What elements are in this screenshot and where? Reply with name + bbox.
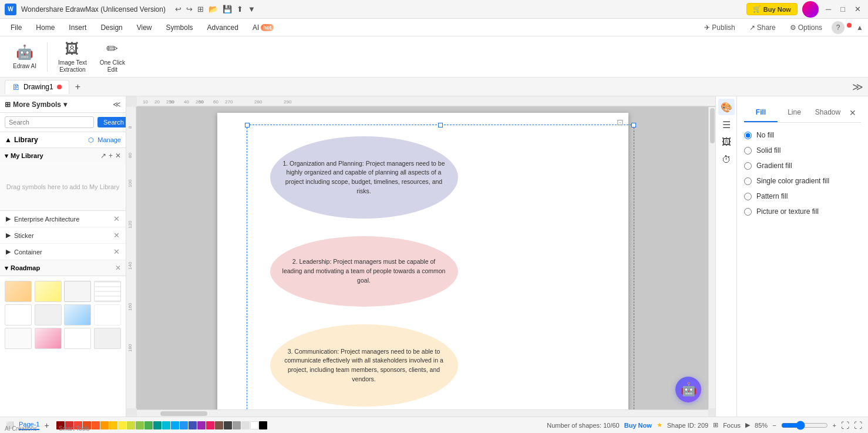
menu-design[interactable]: Design — [95, 21, 128, 34]
minimize-btn[interactable]: ─ — [823, 4, 833, 15]
roadmap-thumb-8[interactable] — [94, 304, 121, 325]
canvas-page[interactable]: 1. Organization and Planning: Project ma… — [217, 113, 628, 409]
selection-handle-tc[interactable] — [438, 123, 443, 127]
menu-advanced[interactable]: Advanced — [201, 21, 244, 34]
color-swatch-yellow-light[interactable] — [118, 421, 126, 429]
color-swatch-black[interactable] — [259, 421, 267, 429]
menu-view[interactable]: View — [131, 21, 158, 34]
chevron-up-icon[interactable]: ▲ — [856, 24, 863, 32]
color-swatch-yellow[interactable] — [109, 421, 117, 429]
sidebar-collapse-btn[interactable]: ≪ — [113, 100, 121, 109]
menu-file[interactable]: File — [5, 21, 28, 34]
fill-option-single-color[interactable]: Single color gradient fill — [744, 173, 861, 189]
roadmap-thumb-4[interactable] — [94, 281, 121, 302]
history-panel-icon[interactable]: ⏱ — [718, 152, 735, 168]
roadmap-thumb-10[interactable] — [35, 328, 62, 349]
favorite-icon[interactable]: ★ — [657, 421, 662, 429]
edraw-ai-btn[interactable]: 🤖 Edraw AI — [7, 40, 42, 74]
fill-radio-gradient[interactable] — [744, 162, 752, 170]
shape-bubble-2[interactable]: 2. Leadership: Project managers must be … — [270, 236, 458, 307]
selection-handle-tl[interactable] — [245, 123, 250, 127]
fill-option-solid[interactable]: Solid fill — [744, 143, 861, 158]
menu-ai[interactable]: AI hot — [247, 21, 280, 34]
canvas-content[interactable]: 1. Organization and Planning: Project ma… — [137, 107, 708, 409]
add-lib-btn[interactable]: + — [109, 152, 113, 160]
library-actions[interactable]: ⬡ Manage — [88, 136, 121, 144]
export-btn[interactable]: ⬆ — [237, 5, 243, 14]
color-swatch-lime[interactable] — [127, 421, 135, 429]
scrollbar-vertical[interactable] — [708, 107, 715, 408]
maximize-btn[interactable]: □ — [838, 4, 847, 15]
menu-home[interactable]: Home — [30, 21, 60, 34]
color-swatch-amber[interactable] — [100, 421, 109, 429]
more-btn[interactable]: ▼ — [248, 5, 255, 14]
fill-radio-pattern[interactable] — [744, 193, 752, 200]
fill-panel-icon[interactable]: 🎨 — [718, 99, 735, 115]
panel-close-btn[interactable]: ✕ — [845, 103, 861, 122]
color-swatch-blue[interactable] — [180, 421, 188, 429]
tab-shadow[interactable]: Shadow — [811, 103, 845, 122]
tab-drawing1[interactable]: 🖹 Drawing1 — [5, 80, 69, 94]
new-btn[interactable]: ⊞ — [197, 5, 204, 14]
color-swatch-cyan[interactable] — [162, 421, 170, 429]
roadmap-thumb-5[interactable] — [5, 304, 32, 325]
image-text-extraction-btn[interactable]: 🖼 Image TextExtraction — [52, 40, 93, 74]
one-click-edit-btn[interactable]: ✏ One ClickEdit — [94, 40, 131, 74]
roadmap-thumb-1[interactable] — [5, 281, 32, 302]
chevron-right-icon[interactable]: ≫ — [852, 80, 868, 93]
color-swatch-green[interactable] — [144, 421, 153, 429]
fill-radio-solid[interactable] — [744, 147, 752, 155]
layout-panel-icon[interactable]: ☰ — [718, 116, 735, 133]
category-close-btn[interactable]: ✕ — [113, 231, 120, 240]
menu-symbols[interactable]: Symbols — [160, 21, 199, 34]
scrollbar-horizontal[interactable] — [137, 409, 708, 417]
category-container[interactable]: ▶ Container ✕ — [0, 244, 126, 260]
buy-now-status-btn[interactable]: Buy Now — [624, 422, 652, 429]
tab-line[interactable]: Line — [778, 103, 811, 122]
search-input[interactable] — [5, 116, 94, 128]
focus-btn[interactable]: Focus — [723, 422, 741, 429]
color-swatch-white[interactable] — [250, 421, 258, 429]
add-page-btn[interactable]: + — [44, 421, 49, 430]
library-title[interactable]: ▲ Library — [5, 136, 38, 144]
color-swatch-purple[interactable] — [197, 421, 206, 429]
close-btn[interactable]: ✕ — [852, 4, 863, 15]
color-swatch-grey[interactable] — [233, 421, 241, 429]
menu-insert[interactable]: Insert — [63, 21, 92, 34]
image-panel-icon[interactable]: 🖼 — [718, 134, 735, 150]
roadmap-thumb-7[interactable] — [64, 304, 91, 325]
play-btn[interactable]: ▶ — [745, 421, 750, 429]
category-close-btn[interactable]: ✕ — [113, 247, 120, 256]
share-btn[interactable]: ↗ Share — [745, 22, 780, 33]
help-btn[interactable]: ? — [832, 21, 845, 34]
save-btn[interactable]: 💾 — [223, 5, 232, 14]
more-symbols-btn[interactable]: ⊞ More Symbols ▾ — [5, 100, 67, 109]
roadmap-thumb-9[interactable] — [5, 328, 32, 349]
canvas-area[interactable]: 250 260 270 280 290 10 20 30 40 50 60 8 … — [126, 96, 715, 417]
my-library-title[interactable]: ▾ My Library — [5, 152, 43, 160]
user-avatar[interactable] — [802, 1, 819, 18]
buy-now-title-btn[interactable]: 🛒 Buy Now — [746, 3, 798, 15]
fill-radio-picture[interactable] — [744, 208, 752, 216]
redo-btn[interactable]: ↪ — [186, 5, 193, 14]
layers-icon[interactable]: ⊞ — [713, 421, 718, 429]
roadmap-thumb-11[interactable] — [64, 328, 91, 349]
add-tab-btn[interactable]: + — [70, 79, 85, 95]
roadmap-close-btn[interactable]: ✕ — [115, 264, 121, 272]
zoom-out-btn[interactable]: − — [772, 422, 776, 429]
export-lib-btn[interactable]: ↗ — [100, 152, 106, 160]
fill-option-pattern[interactable]: Pattern fill — [744, 189, 861, 204]
color-swatch-pink[interactable] — [206, 421, 214, 429]
zoom-in-btn[interactable]: + — [833, 422, 836, 429]
undo-btn[interactable]: ↩ — [175, 5, 181, 14]
roadmap-thumb-6[interactable] — [35, 304, 62, 325]
roadmap-thumb-2[interactable] — [35, 281, 62, 302]
category-close-btn[interactable]: ✕ — [113, 214, 120, 223]
options-btn[interactable]: ⚙ Options — [785, 22, 827, 33]
publish-btn[interactable]: ✈ Publish — [699, 22, 739, 33]
ai-bot-btn[interactable]: 🤖 — [675, 377, 701, 402]
open-btn[interactable]: 📂 — [208, 5, 218, 14]
selection-handle-tr[interactable] — [631, 123, 636, 127]
fill-option-picture[interactable]: Picture or texture fill — [744, 204, 861, 219]
fit-page-btn[interactable]: ⛶ — [841, 421, 849, 430]
